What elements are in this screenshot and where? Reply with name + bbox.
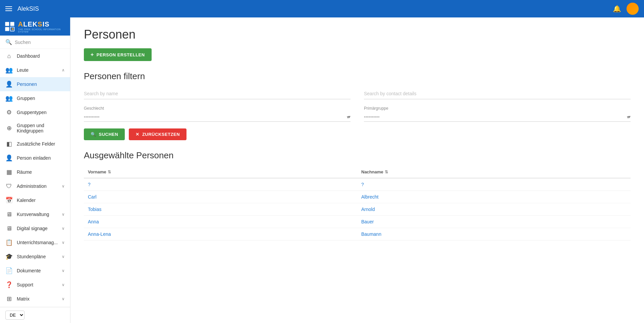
reset-btn-icon: ✕ (136, 132, 140, 137)
filter-gender-wrap: Geschlecht ---------- ▾ (84, 106, 351, 122)
admin-icon: 🛡 (5, 182, 13, 190)
table-row: Carl Albrecht (84, 191, 631, 203)
search-icon: 🔍 (5, 39, 12, 45)
sidebar-item-kursverwaltung[interactable]: 🖥 Kursverwaltung ∨ (0, 207, 70, 221)
sidebar-item-gruppen-kindgruppen[interactable]: ⊕ Gruppen und Kindgruppen (0, 119, 70, 137)
filter-primarygroup-label: Primärgruppe (364, 106, 631, 111)
search-btn-icon: 🔍 (91, 132, 96, 137)
sidebar-item-gruppentypen[interactable]: ⚙ Gruppentypen (0, 105, 70, 119)
filter-gender-value: ---------- (84, 114, 348, 119)
create-person-button[interactable]: + PERSON ERSTELLEN (84, 48, 152, 61)
person-nachname-link[interactable]: ? (361, 182, 364, 187)
person-nachname-link[interactable]: Arnold (361, 207, 375, 212)
sidebar-item-personen[interactable]: 👤 Personen (0, 77, 70, 91)
vorname-cell: Tobias (84, 203, 357, 216)
sidebar-item-dokumente[interactable]: 📄 Dokumente ∨ (0, 264, 70, 278)
vorname-cell: ? (84, 178, 357, 191)
sort-icon-nachname: ⇅ (385, 170, 388, 174)
sidebar-item-matrix[interactable]: ⊞ Matrix ∨ (0, 292, 70, 306)
reset-button[interactable]: ✕ ZURÜCKSETZEN (129, 128, 186, 140)
nachname-cell: ? (357, 178, 631, 191)
sidebar-item-support[interactable]: ❓ Support ∨ (0, 278, 70, 292)
fields-icon: ◧ (5, 140, 13, 148)
chevron-down-icon: ∨ (62, 240, 65, 245)
signage-icon: 🖥 (5, 225, 13, 232)
app-title: AlekSIS (17, 5, 607, 12)
person-vorname-link[interactable]: Carl (88, 194, 97, 200)
sort-icon-vorname: ⇅ (108, 170, 111, 174)
nachname-cell: Baumann (357, 228, 631, 240)
sidebar-search[interactable]: 🔍 Suchen (0, 36, 70, 49)
sidebar-item-raeume[interactable]: ▦ Räume (0, 165, 70, 179)
sidebar-item-leute[interactable]: 👥 Leute ∧ (0, 63, 70, 77)
calendar-icon: 📅 (5, 197, 13, 204)
sidebar-item-gruppen[interactable]: 👥 Gruppen (0, 91, 70, 105)
filter-contact-input[interactable] (364, 88, 631, 99)
chevron-down-icon: ∨ (62, 268, 65, 273)
create-button-label: PERSON ERSTELLEN (97, 52, 145, 57)
plus-icon: + (91, 52, 94, 58)
search-label: Suchen (15, 40, 31, 45)
chevron-down-icon: ∨ (62, 226, 65, 231)
chevron-down-icon: ∨ (62, 297, 65, 301)
filter-primarygroup-select-container[interactable]: ---------- ▾ (364, 112, 631, 122)
vorname-cell: Carl (84, 191, 357, 203)
sidebar-item-unterrichtsmanag[interactable]: 📋 Unterrichtsmanag... ∨ (0, 235, 70, 250)
chevron-up-icon: ∧ (62, 68, 65, 72)
results-title: Ausgewählte Personen (84, 150, 631, 161)
person-nachname-link[interactable]: Baumann (361, 231, 381, 237)
person-nachname-link[interactable]: Bauer (361, 219, 374, 224)
bell-icon[interactable]: 🔔 (613, 5, 621, 13)
sidebar-footer: DE EN FR (0, 307, 70, 323)
sidebar-item-zusaetzliche-felder[interactable]: ◧ Zusätzliche Felder (0, 137, 70, 151)
sidebar: ALEKSIS THE FREE SCHOOL INFORMATION SYST… (0, 17, 70, 323)
language-select[interactable]: DE EN FR (5, 311, 24, 320)
room-icon: ▦ (5, 168, 13, 176)
menu-icon[interactable] (5, 6, 12, 11)
chevron-down-icon: ∨ (62, 254, 65, 259)
sidebar-item-digital-signage[interactable]: 🖥 Digital signage ∨ (0, 221, 70, 235)
nachname-cell: Arnold (357, 203, 631, 216)
sidebar-item-stundenplaene[interactable]: 🎓 Stundenpläne ∨ (0, 250, 70, 264)
person-vorname-link[interactable]: Tobias (88, 207, 101, 212)
vorname-cell: Anna (84, 216, 357, 228)
sidebar-item-dashboard[interactable]: ⌂ Dashboard (0, 49, 70, 63)
svg-rect-1 (5, 22, 9, 26)
chevron-down-icon: ∨ (62, 212, 65, 217)
teaching-icon: 📋 (5, 239, 13, 246)
user-avatar[interactable] (627, 3, 639, 15)
document-icon: 📄 (5, 267, 13, 274)
filter-primarygroup-value: ---------- (364, 114, 628, 119)
filter-section: Personen filtern Geschlecht ---------- ▾ (84, 71, 631, 140)
sidebar-item-person-einladen[interactable]: 👤 Person einladen (0, 151, 70, 165)
sidebar-item-administration[interactable]: 🛡 Administration ∨ (0, 179, 70, 193)
person-icon: 👤 (5, 80, 13, 88)
filter-section-title: Personen filtern (84, 71, 631, 82)
table-row: ? ? (84, 178, 631, 191)
groupkind-icon: ⊕ (5, 124, 13, 132)
sidebar-item-kalender[interactable]: 📅 Kalender (0, 193, 70, 207)
vorname-sort[interactable]: Vorname ⇅ (88, 169, 111, 174)
results-section: Ausgewählte Personen Vorname ⇅ Nachname (84, 150, 631, 240)
filter-gender-label: Geschlecht (84, 106, 351, 111)
filter-name-field (84, 88, 351, 99)
home-icon: ⌂ (5, 52, 13, 60)
chevron-down-icon: ∨ (62, 184, 65, 189)
group-icon: 👥 (5, 95, 13, 102)
invite-icon: 👤 (5, 154, 13, 162)
search-button[interactable]: 🔍 SUCHEN (84, 128, 125, 140)
person-nachname-link[interactable]: Albrecht (361, 194, 378, 200)
main-content: Personen + PERSON ERSTELLEN Personen fil… (70, 17, 644, 323)
person-vorname-link[interactable]: Anna (88, 219, 99, 224)
dropdown-arrow-icon: ▾ (628, 114, 631, 119)
course-icon: 🖥 (5, 211, 13, 218)
person-vorname-link[interactable]: Anna-Lena (88, 231, 111, 237)
nachname-cell: Bauer (357, 216, 631, 228)
person-vorname-link[interactable]: ? (88, 182, 91, 187)
filter-actions: 🔍 SUCHEN ✕ ZURÜCKSETZEN (84, 128, 631, 140)
filter-gender-select-container[interactable]: ---------- ▾ (84, 112, 351, 122)
filter-name-input[interactable] (84, 88, 351, 99)
nachname-sort[interactable]: Nachname ⇅ (361, 169, 388, 174)
table-row: Anna Bauer (84, 216, 631, 228)
table-row: Anna-Lena Baumann (84, 228, 631, 240)
